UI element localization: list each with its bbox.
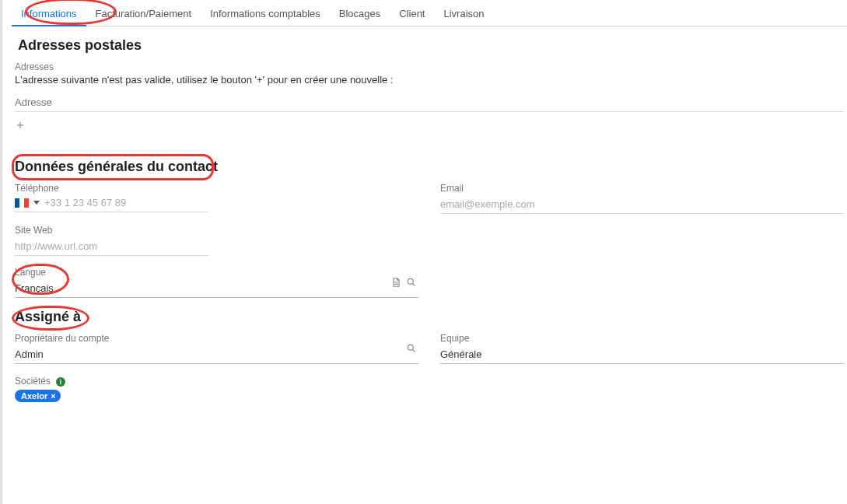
svg-point-0 bbox=[408, 278, 413, 284]
search-icon[interactable] bbox=[406, 343, 417, 354]
close-icon[interactable]: × bbox=[51, 391, 55, 401]
web-input[interactable] bbox=[15, 237, 208, 256]
document-icon[interactable] bbox=[390, 277, 401, 288]
tab-informations[interactable]: Informations bbox=[12, 3, 86, 26]
search-icon[interactable] bbox=[406, 277, 417, 288]
add-address-button[interactable] bbox=[15, 120, 29, 134]
chevron-down-icon[interactable] bbox=[33, 201, 40, 205]
web-label: Site Web bbox=[15, 225, 418, 236]
addresses-title: Adresses postales bbox=[18, 37, 844, 54]
company-tag[interactable]: Axelor × bbox=[15, 390, 61, 402]
flag-france-icon bbox=[15, 198, 29, 208]
assigned-title: Assigné à bbox=[15, 309, 847, 325]
tab-blocages[interactable]: Blocages bbox=[330, 3, 390, 26]
companies-label: Sociétés bbox=[15, 376, 51, 387]
tab-livraison[interactable]: Livraison bbox=[434, 3, 493, 26]
info-icon[interactable]: i bbox=[56, 377, 65, 387]
tab-comptables[interactable]: Informations comptables bbox=[201, 3, 330, 26]
addresses-label: Adresses bbox=[15, 61, 844, 72]
address-input[interactable] bbox=[15, 93, 844, 112]
lang-input[interactable] bbox=[15, 279, 418, 298]
tab-client[interactable]: Client bbox=[390, 3, 434, 26]
general-title: Données générales du contact bbox=[15, 159, 847, 175]
addresses-section: Adresses postales Adresses L'adresse sui… bbox=[12, 37, 847, 134]
team-input[interactable] bbox=[440, 345, 844, 364]
assigned-section: Assigné à Propriétaire du compte Equipe … bbox=[12, 309, 847, 402]
email-label: Email bbox=[440, 183, 844, 194]
team-label: Equipe bbox=[440, 333, 844, 344]
addresses-invalid-msg: L'adresse suivante n'est pas valide, uti… bbox=[15, 74, 844, 86]
company-tag-label: Axelor bbox=[21, 391, 47, 401]
tab-facturation[interactable]: Facturation/Paiement bbox=[86, 3, 201, 26]
email-input[interactable] bbox=[440, 195, 844, 214]
plus-icon bbox=[15, 120, 26, 131]
general-section: Données générales du contact Téléphone E… bbox=[12, 159, 847, 298]
lang-label: Langue bbox=[15, 267, 418, 278]
owner-input[interactable] bbox=[15, 345, 418, 364]
owner-label: Propriétaire du compte bbox=[15, 333, 418, 344]
svg-point-1 bbox=[408, 345, 413, 350]
phone-label: Téléphone bbox=[15, 183, 418, 194]
phone-input[interactable] bbox=[44, 195, 208, 210]
phone-field[interactable] bbox=[15, 195, 208, 212]
tabs-bar: Informations Facturation/Paiement Inform… bbox=[12, 0, 847, 26]
